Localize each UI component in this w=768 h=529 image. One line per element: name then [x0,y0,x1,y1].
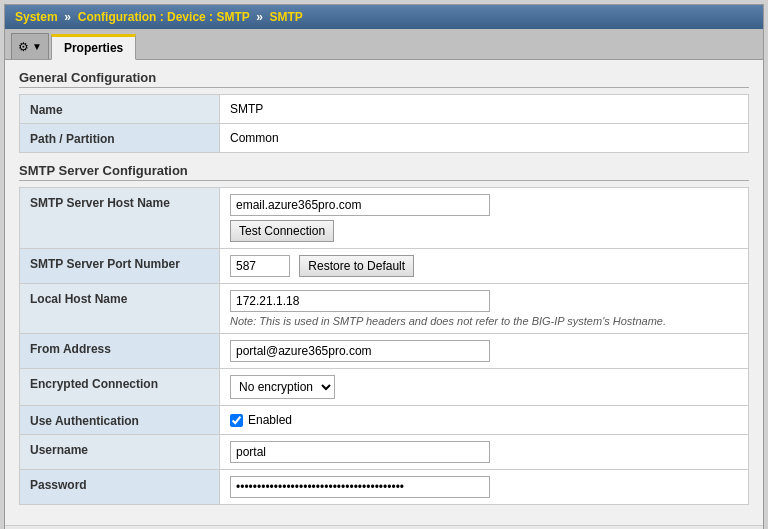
host-name-cell: Test Connection [220,188,749,249]
table-row: Encrypted Connection No encryption SSL T… [20,369,749,406]
smtp-config-title: SMTP Server Configuration [19,163,749,181]
from-address-cell [220,334,749,369]
auth-label: Use Authentication [20,406,220,435]
name-label: Name [20,95,220,124]
table-row: Password [20,470,749,505]
restore-default-label: Restore to Default [308,259,405,273]
table-row: Use Authentication Enabled [20,406,749,435]
table-row: SMTP Server Port Number Restore to Defau… [20,249,749,284]
content-area: General Configuration Name SMTP Path / P… [5,60,763,525]
auth-enabled-label: Enabled [248,413,292,427]
smtp-config-table: SMTP Server Host Name Test Connection SM… [19,187,749,505]
port-cell: Restore to Default [220,249,749,284]
local-host-input[interactable] [230,290,490,312]
table-row: Path / Partition Common [20,124,749,153]
local-host-note: Note: This is used in SMTP headers and d… [230,315,738,327]
table-row: Local Host Name Note: This is used in SM… [20,284,749,334]
password-input[interactable] [230,476,490,498]
from-address-label: From Address [20,334,220,369]
breadcrumb-current: SMTP [270,10,303,24]
path-label: Path / Partition [20,124,220,153]
tab-properties-label: Properties [64,41,123,55]
title-bar: System » Configuration : Device : SMTP »… [5,5,763,29]
table-row: Name SMTP [20,95,749,124]
table-row: SMTP Server Host Name Test Connection [20,188,749,249]
path-value: Common [220,124,749,153]
test-connection-button[interactable]: Test Connection [230,220,334,242]
tab-bar: ⚙ ▼ Properties [5,29,763,60]
password-label: Password [20,470,220,505]
local-host-cell: Note: This is used in SMTP headers and d… [220,284,749,334]
general-config-title: General Configuration [19,70,749,88]
auth-checkbox-row: Enabled [230,413,738,427]
host-name-input[interactable] [230,194,490,216]
main-window: System » Configuration : Device : SMTP »… [4,4,764,529]
port-label: SMTP Server Port Number [20,249,220,284]
encryption-select[interactable]: No encryption SSL TLS [230,375,335,399]
username-label: Username [20,435,220,470]
table-row: Username [20,435,749,470]
general-config-table: Name SMTP Path / Partition Common [19,94,749,153]
test-connection-label: Test Connection [239,224,325,238]
name-value: SMTP [220,95,749,124]
footer-buttons: Cancel Update [5,525,763,529]
gear-icon: ⚙ [18,40,29,54]
from-address-input[interactable] [230,340,490,362]
port-input[interactable] [230,255,290,277]
local-host-label: Local Host Name [20,284,220,334]
encryption-label: Encrypted Connection [20,369,220,406]
host-name-label: SMTP Server Host Name [20,188,220,249]
gear-dropdown-arrow: ▼ [32,41,42,52]
breadcrumb-system: System [15,10,58,24]
username-cell [220,435,749,470]
encryption-cell: No encryption SSL TLS [220,369,749,406]
auth-cell: Enabled [220,406,749,435]
password-cell [220,470,749,505]
restore-default-button[interactable]: Restore to Default [299,255,414,277]
username-input[interactable] [230,441,490,463]
table-row: From Address [20,334,749,369]
auth-checkbox[interactable] [230,414,243,427]
gear-button[interactable]: ⚙ ▼ [11,33,49,59]
breadcrumb-config: Configuration : Device : SMTP [78,10,250,24]
tab-properties[interactable]: Properties [51,34,136,60]
